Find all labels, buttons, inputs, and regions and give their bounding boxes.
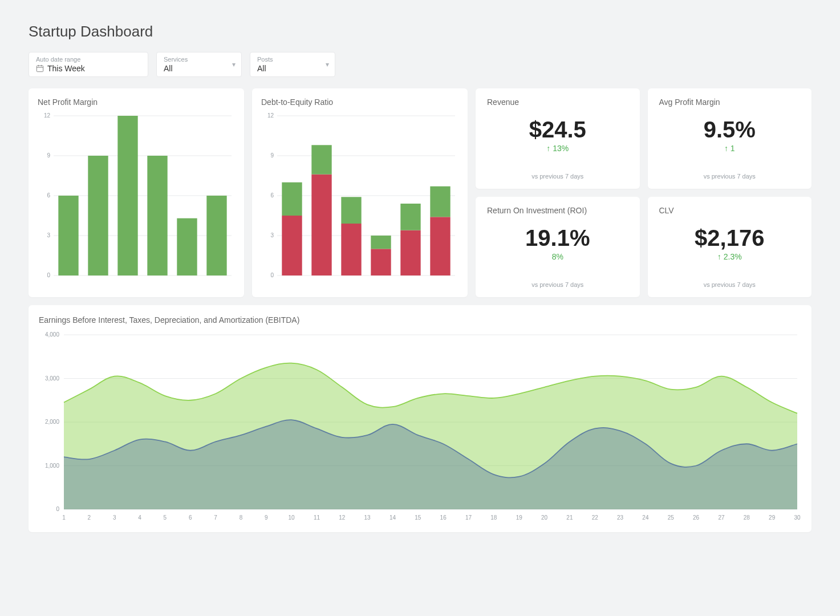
filter-date-range[interactable]: Auto date range This Week [29, 52, 148, 77]
filter-row: Auto date range This Week Services All ▾… [29, 52, 811, 77]
svg-text:18: 18 [490, 514, 497, 521]
svg-text:23: 23 [617, 514, 624, 521]
chevron-down-icon: ▾ [326, 60, 329, 68]
svg-text:26: 26 [693, 514, 700, 521]
chart-ebitda: 01,0002,0003,0004,0001234567891011121314… [39, 330, 803, 524]
svg-text:4,000: 4,000 [45, 331, 59, 338]
kpi-grid: Revenue $24.5 ↑ 13% vs previous 7 days A… [476, 88, 811, 297]
chart-debt-equity: 036912 [261, 112, 458, 283]
svg-text:28: 28 [744, 514, 750, 521]
filter-posts[interactable]: Posts All ▾ [250, 52, 335, 77]
svg-text:9: 9 [270, 152, 274, 159]
kpi-delta: 8% [487, 252, 628, 261]
svg-text:1,000: 1,000 [45, 463, 59, 469]
svg-rect-39 [400, 204, 420, 230]
kpi-avg-margin: Avg Profit Margin 9.5% ↑ 1 vs previous 7… [648, 88, 812, 189]
svg-text:12: 12 [339, 514, 346, 521]
svg-text:4: 4 [138, 514, 141, 521]
svg-rect-15 [88, 156, 108, 275]
kpi-value: $24.5 [487, 117, 628, 143]
card-net-profit-margin: Net Profit Margin 036912 [29, 88, 244, 297]
kpi-value: 9.5% [659, 117, 801, 143]
svg-rect-14 [58, 196, 78, 275]
svg-text:9: 9 [265, 514, 268, 521]
kpi-title: CLV [659, 206, 801, 215]
svg-text:6: 6 [47, 192, 50, 198]
svg-rect-16 [117, 116, 137, 275]
kpi-revenue: Revenue $24.5 ↑ 13% vs previous 7 days [476, 88, 640, 189]
kpi-title: Avg Profit Margin [659, 98, 801, 107]
kpi-value: $2,176 [659, 225, 801, 251]
filter-value: All [257, 64, 328, 73]
chevron-down-icon: ▾ [232, 60, 236, 68]
svg-text:9: 9 [47, 152, 50, 159]
svg-text:5: 5 [164, 514, 167, 521]
chart-title: Debt-to-Equity Ratio [261, 98, 458, 107]
filter-label: Auto date range [36, 56, 141, 63]
filter-label: Services [164, 56, 234, 63]
svg-text:24: 24 [642, 514, 649, 521]
svg-text:27: 27 [718, 514, 725, 521]
svg-rect-17 [147, 156, 167, 275]
svg-rect-40 [430, 217, 450, 275]
kpi-value: 19.1% [487, 225, 628, 251]
svg-text:17: 17 [465, 514, 472, 521]
kpi-footnote: vs previous 7 days [487, 173, 628, 180]
svg-text:29: 29 [769, 514, 776, 521]
card-ebitda: Earnings Before Interest, Taxes, Depreci… [29, 305, 811, 532]
filter-label: Posts [257, 56, 328, 63]
kpi-delta: ↑ 1 [659, 144, 801, 153]
page-title: Startup Dashboard [29, 23, 811, 40]
svg-text:12: 12 [44, 112, 51, 119]
svg-text:20: 20 [541, 514, 548, 521]
kpi-clv: CLV $2,176 ↑ 2.3% vs previous 7 days [648, 197, 812, 297]
svg-rect-35 [341, 197, 361, 224]
svg-text:3: 3 [270, 232, 274, 238]
svg-rect-18 [177, 218, 197, 275]
chart-title: Earnings Before Interest, Taxes, Depreci… [39, 315, 801, 325]
svg-text:3,000: 3,000 [45, 375, 59, 382]
svg-text:21: 21 [566, 514, 573, 521]
svg-rect-41 [430, 187, 450, 217]
svg-text:2,000: 2,000 [45, 419, 59, 425]
svg-text:15: 15 [415, 514, 421, 521]
svg-text:6: 6 [189, 514, 192, 521]
kpi-delta: ↑ 13% [487, 144, 628, 153]
svg-rect-31 [282, 183, 302, 216]
card-debt-equity: Debt-to-Equity Ratio 036912 [252, 88, 468, 297]
svg-text:22: 22 [592, 514, 599, 521]
svg-text:30: 30 [794, 514, 801, 521]
svg-text:3: 3 [47, 232, 50, 238]
kpi-delta: ↑ 2.3% [659, 252, 801, 261]
svg-rect-37 [371, 236, 391, 249]
svg-text:10: 10 [289, 514, 295, 521]
kpi-footnote: vs previous 7 days [487, 281, 628, 288]
svg-text:2: 2 [88, 514, 91, 521]
svg-text:0: 0 [270, 272, 274, 278]
svg-text:7: 7 [214, 514, 217, 521]
chart-title: Net Profit Margin [38, 98, 235, 107]
svg-rect-34 [341, 224, 361, 275]
svg-text:8: 8 [240, 514, 243, 521]
svg-rect-32 [311, 175, 331, 275]
chart-net-profit-margin: 036912 [38, 112, 235, 283]
svg-text:14: 14 [389, 514, 396, 521]
svg-text:0: 0 [47, 272, 50, 278]
svg-text:19: 19 [516, 514, 523, 521]
dashboard-container: Startup Dashboard Auto date range This W… [8, 8, 832, 608]
svg-text:13: 13 [364, 514, 371, 521]
svg-text:1: 1 [62, 514, 66, 521]
filter-value: All [164, 64, 234, 73]
svg-rect-0 [36, 66, 43, 72]
svg-rect-38 [400, 230, 420, 275]
svg-rect-36 [371, 249, 391, 275]
kpi-roi: Return On Investment (ROI) 19.1% 8% vs p… [476, 197, 640, 297]
filter-services[interactable]: Services All ▾ [156, 52, 242, 77]
svg-text:16: 16 [440, 514, 447, 521]
svg-text:3: 3 [113, 514, 116, 521]
kpi-title: Revenue [487, 98, 628, 107]
svg-rect-19 [206, 196, 226, 275]
kpi-title: Return On Investment (ROI) [487, 206, 628, 215]
svg-text:6: 6 [270, 192, 274, 198]
kpi-footnote: vs previous 7 days [659, 173, 801, 180]
